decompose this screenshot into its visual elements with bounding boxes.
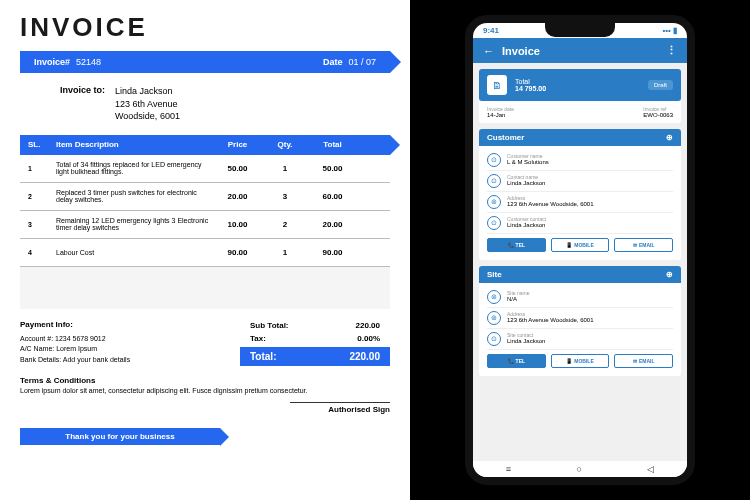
recipient-name: Linda Jackson — [115, 85, 180, 98]
person-icon: ⊙ — [487, 153, 501, 167]
subtotal-label: Sub Total: — [250, 321, 289, 330]
app-bar: ← Invoice ⋮ — [473, 38, 687, 63]
footer-thankyou: Thank you for your business — [20, 428, 220, 445]
invoice-title: INVOICE — [20, 12, 390, 43]
table-row: 4Labour Cost90.00190.00 — [20, 239, 390, 267]
terms-section: Terms & Conditions Lorem ipsum dolor sit… — [20, 376, 390, 394]
recipient-line1: 123 6th Avenue — [115, 98, 180, 111]
person-icon: ⊙ — [487, 216, 501, 230]
date-row: Invoice date14-Jan Invoice refEWO-0063 — [479, 101, 681, 123]
terms-body: Lorem ipsum dolor sit amet, consectetur … — [20, 387, 390, 394]
table-header: SL. Item Description Price Qty. Total — [20, 135, 390, 155]
site-contact: Linda Jackson — [507, 338, 545, 344]
total-value: 220.00 — [349, 351, 380, 362]
payment-info: Payment Info: Account #: 1234 5678 9012 … — [20, 319, 130, 366]
col-price: Price — [210, 140, 265, 149]
recipient-line2: Woodside, 6001 — [115, 110, 180, 123]
col-total: Total — [305, 140, 360, 149]
document-icon: 🗎 — [487, 75, 507, 95]
authorised-sign: Authorised Sign — [290, 402, 390, 414]
col-sl: SL. — [20, 140, 50, 149]
table-row: 1Total of 34 fittings replaced for LED e… — [20, 155, 390, 183]
add-icon[interactable]: ⊕ — [666, 270, 673, 279]
tel-button[interactable]: 📞 TEL — [487, 354, 546, 368]
person-icon: ⊙ — [487, 174, 501, 188]
tel-button[interactable]: 📞 TEL — [487, 238, 546, 252]
col-qty: Qty. — [265, 140, 305, 149]
site-section: Site⊕ ⊚Site nameN/A ⊚Address123 6th Aven… — [479, 266, 681, 376]
phone-notch — [545, 23, 615, 37]
invoice-date: 01 / 07 — [348, 57, 376, 67]
ref-value: EWO-0063 — [643, 112, 673, 118]
person-icon: ⊙ — [487, 332, 501, 346]
total-card: 🗎 Total14 795.00 Draft — [479, 69, 681, 101]
invoice-header-bar: Invoice#52148 Date01 / 07 — [20, 51, 390, 73]
customer-header: Customer — [487, 133, 524, 142]
blank-row — [20, 267, 390, 309]
app-title: Invoice — [502, 45, 540, 57]
android-nav-bar: ≡ ○ ◁ — [473, 461, 687, 477]
payment-header: Payment Info: — [20, 319, 130, 331]
table-row: 3Remaining 12 LED emergency lights 3 Ele… — [20, 211, 390, 239]
total-value: 14 795.00 — [515, 85, 546, 92]
tax-label: Tax: — [250, 334, 266, 343]
invoice-date-label: Date — [323, 57, 343, 67]
location-icon: ⊚ — [487, 290, 501, 304]
customer-section: Customer⊕ ⊙Customer nameL & M Solutions … — [479, 129, 681, 260]
total-label: Total — [515, 78, 546, 85]
invoice-to-label: Invoice to: — [60, 85, 105, 123]
invoice-number-label: Invoice# — [34, 57, 70, 67]
customer-address: 123 6th Avenue Woodside, 6001 — [507, 201, 594, 207]
customer-contact: Linda Jackson — [507, 222, 546, 228]
home-icon[interactable]: ○ — [576, 464, 581, 474]
invoice-document: INVOICE Invoice#52148 Date01 / 07 Invoic… — [0, 0, 410, 500]
mobile-button[interactable]: 📱 MOBILE — [551, 238, 610, 252]
back-icon[interactable]: ◁ — [647, 464, 654, 474]
draft-badge: Draft — [648, 80, 673, 90]
col-desc: Item Description — [50, 140, 210, 149]
terms-header: Terms & Conditions — [20, 376, 390, 385]
recent-icon[interactable]: ≡ — [506, 464, 511, 474]
location-icon: ⊚ — [487, 195, 501, 209]
add-icon[interactable]: ⊕ — [666, 133, 673, 142]
subtotal-value: 220.00 — [356, 321, 380, 330]
total-label: Total: — [250, 351, 276, 362]
mobile-button[interactable]: 📱 MOBILE — [551, 354, 610, 368]
status-icons: ••• ▮ — [662, 26, 677, 35]
phone-frame: 9:41 ••• ▮ ← Invoice ⋮ 🗎 Total14 795.00 … — [465, 15, 695, 485]
site-header: Site — [487, 270, 502, 279]
location-icon: ⊚ — [487, 311, 501, 325]
date-value: 14-Jan — [487, 112, 514, 118]
email-button[interactable]: ✉ EMAIL — [614, 238, 673, 252]
back-icon[interactable]: ← — [483, 45, 494, 57]
menu-dots-icon[interactable]: ⋮ — [666, 44, 677, 57]
email-button[interactable]: ✉ EMAIL — [614, 354, 673, 368]
contact-name: Linda Jackson — [507, 180, 545, 186]
phone-panel: 9:41 ••• ▮ ← Invoice ⋮ 🗎 Total14 795.00 … — [410, 0, 750, 500]
site-address: 123 6th Avenue Woodside, 6001 — [507, 317, 594, 323]
invoice-to-block: Invoice to: Linda Jackson 123 6th Avenue… — [60, 85, 390, 123]
invoice-number: 52148 — [76, 57, 101, 67]
phone-body[interactable]: 🗎 Total14 795.00 Draft Invoice date14-Ja… — [473, 63, 687, 463]
tax-value: 0.00% — [357, 334, 380, 343]
site-name: N/A — [507, 296, 530, 302]
status-time: 9:41 — [483, 26, 499, 35]
table-rows: 1Total of 34 fittings replaced for LED e… — [20, 155, 390, 267]
totals-section: Payment Info: Account #: 1234 5678 9012 … — [20, 319, 390, 366]
customer-name: L & M Solutions — [507, 159, 549, 165]
table-row: 2Replaced 3 timer push switches for elec… — [20, 183, 390, 211]
